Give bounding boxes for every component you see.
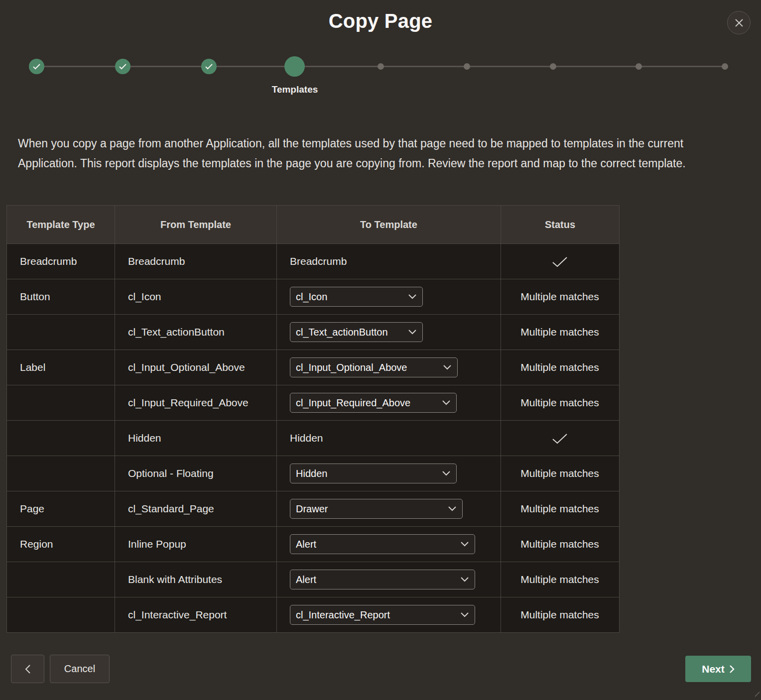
- chevron-down-icon: [442, 471, 450, 476]
- back-button[interactable]: [11, 655, 44, 683]
- status-text: Multiple matches: [520, 397, 599, 408]
- template-type-cell: Breadcrumb: [7, 244, 115, 279]
- table-body: Breadcrumb Breadcrumb Breadcrumb Button …: [7, 244, 620, 633]
- col-header-from-template: From Template: [115, 206, 277, 244]
- wizard-step: [284, 56, 305, 77]
- check-icon: [552, 433, 568, 444]
- to-template-cell: Alert: [277, 527, 501, 562]
- status-text: Multiple matches: [520, 503, 599, 514]
- check-icon: [552, 256, 568, 267]
- from-template-cell: cl_Standard_Page: [115, 491, 277, 527]
- select-value: cl_Interactive_Report: [296, 609, 390, 621]
- step-dot: [464, 63, 470, 70]
- page-title: Copy Page: [0, 10, 761, 32]
- to-template-cell: Hidden: [277, 421, 501, 456]
- template-type-cell: Label: [7, 350, 115, 385]
- to-template-select[interactable]: cl_Icon: [290, 287, 423, 307]
- status-text: Multiple matches: [520, 291, 599, 302]
- from-template-cell: Hidden: [115, 421, 277, 456]
- chevron-down-icon: [443, 365, 451, 370]
- step-dot: [550, 63, 556, 70]
- template-type-cell: [7, 421, 115, 456]
- close-button[interactable]: [727, 11, 751, 34]
- col-header-status: Status: [501, 206, 620, 244]
- to-template-value: Breadcrumb: [290, 255, 347, 267]
- check-icon: [119, 64, 127, 70]
- to-template-select[interactable]: cl_Input_Required_Above: [290, 393, 457, 413]
- step-dot: [378, 63, 384, 70]
- status-cell: [501, 421, 620, 456]
- to-template-select[interactable]: Hidden: [290, 464, 457, 483]
- check-icon: [33, 64, 40, 70]
- cancel-button[interactable]: Cancel: [50, 655, 110, 683]
- template-mapping-table: Template Type From Template To Template …: [6, 205, 620, 633]
- wizard-description: When you copy a page from another Applic…: [18, 133, 731, 173]
- to-template-cell: cl_Interactive_Report: [277, 597, 501, 633]
- template-type-cell: [7, 562, 115, 597]
- to-template-cell: Drawer: [277, 491, 501, 527]
- status-text: Multiple matches: [520, 326, 599, 338]
- select-value: Alert: [296, 574, 316, 585]
- col-header-template-type: Template Type: [7, 206, 115, 244]
- from-template-cell: cl_Icon: [115, 279, 277, 315]
- wizard-steps: [26, 56, 735, 77]
- wizard-step: [629, 56, 649, 77]
- to-template-select[interactable]: cl_Text_actionButton: [290, 322, 423, 342]
- wizard-step: [199, 56, 219, 77]
- to-template-cell: cl_Text_actionButton: [277, 315, 501, 350]
- status-cell: Multiple matches: [501, 562, 620, 597]
- chevron-down-icon: [442, 400, 450, 405]
- template-type-cell: Button: [7, 279, 115, 315]
- table-row: Breadcrumb Breadcrumb Breadcrumb: [7, 244, 620, 279]
- from-template-cell: cl_Interactive_Report: [115, 597, 277, 633]
- table-row: Label cl_Input_Optional_Above cl_Input_O…: [7, 350, 620, 385]
- status-cell: Multiple matches: [501, 350, 620, 385]
- template-type-cell: [7, 456, 115, 491]
- to-template-select[interactable]: cl_Input_Optional_Above: [290, 357, 458, 377]
- col-header-to-template: To Template: [277, 206, 501, 244]
- chevron-down-icon: [461, 542, 469, 547]
- to-template-select[interactable]: Drawer: [290, 499, 463, 519]
- to-template-select[interactable]: cl_Interactive_Report: [290, 605, 475, 625]
- wizard-step: [543, 56, 563, 77]
- wizard-progress: [0, 56, 761, 77]
- cancel-button-label: Cancel: [64, 663, 95, 675]
- status-text: Multiple matches: [520, 574, 599, 585]
- from-template-cell: cl_Input_Required_Above: [115, 385, 277, 421]
- current-step-label: Templates: [272, 84, 318, 95]
- step-dot: [115, 59, 130, 74]
- chevron-down-icon: [448, 506, 456, 511]
- to-template-cell: Hidden: [277, 456, 501, 491]
- status-text: Multiple matches: [520, 538, 599, 550]
- template-type-cell: [7, 385, 115, 421]
- from-template-cell: cl_Input_Optional_Above: [115, 350, 277, 385]
- to-template-select[interactable]: Alert: [290, 570, 475, 589]
- status-cell: Multiple matches: [501, 527, 620, 562]
- from-template-cell: Breadcrumb: [115, 244, 277, 279]
- template-type-cell: Page: [7, 491, 115, 527]
- select-value: cl_Input_Required_Above: [296, 397, 410, 409]
- step-dot: [635, 63, 642, 70]
- table-row: Hidden Hidden: [7, 421, 620, 456]
- status-cell: Multiple matches: [501, 385, 620, 421]
- to-template-cell: cl_Input_Required_Above: [277, 385, 501, 421]
- next-button-label: Next: [702, 663, 725, 675]
- status-text: Multiple matches: [520, 609, 599, 620]
- check-icon: [205, 64, 213, 70]
- from-template-cell: Inline Popup: [115, 527, 277, 562]
- resize-handle-icon[interactable]: [754, 690, 760, 699]
- chevron-right-icon: [729, 665, 735, 674]
- from-template-cell: cl_Text_actionButton: [115, 315, 277, 350]
- chevron-down-icon: [461, 577, 469, 582]
- select-value: cl_Input_Optional_Above: [296, 362, 407, 373]
- next-button[interactable]: Next: [685, 656, 751, 682]
- table-row: Button cl_Icon cl_Icon Multiple matches: [7, 279, 620, 315]
- to-template-cell: Alert: [277, 562, 501, 597]
- step-dot: [722, 63, 728, 70]
- table-row: cl_Interactive_Report cl_Interactive_Rep…: [7, 597, 620, 633]
- to-template-value: Hidden: [290, 432, 323, 444]
- to-template-select[interactable]: Alert: [290, 534, 475, 554]
- chevron-left-icon: [25, 664, 31, 674]
- chevron-down-icon: [408, 330, 416, 335]
- to-template-cell: cl_Icon: [277, 279, 501, 315]
